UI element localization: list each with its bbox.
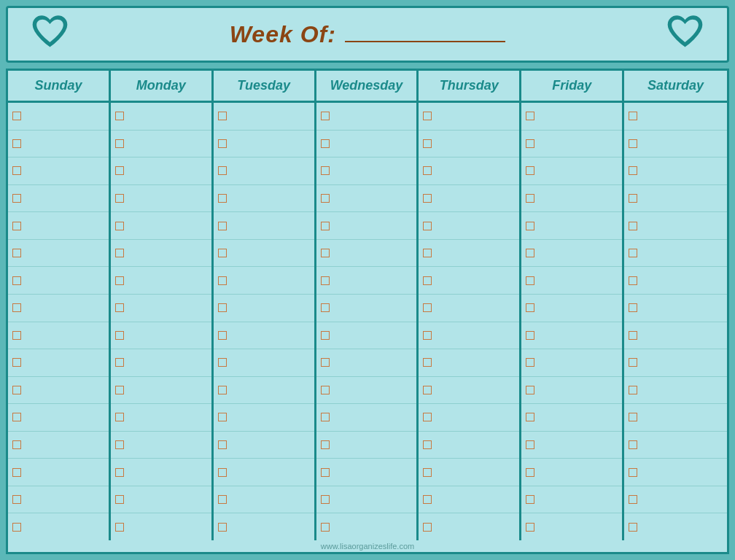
checkbox-icon[interactable] bbox=[12, 331, 21, 340]
checkbox-icon[interactable] bbox=[115, 166, 124, 175]
checkbox-icon[interactable] bbox=[321, 413, 330, 421]
checkbox-icon[interactable] bbox=[321, 358, 330, 367]
checkbox-icon[interactable] bbox=[629, 112, 637, 120]
checkbox-icon[interactable] bbox=[629, 222, 637, 230]
checkbox-icon[interactable] bbox=[321, 112, 330, 120]
checkbox-icon[interactable] bbox=[526, 523, 534, 532]
checkbox-icon[interactable] bbox=[12, 194, 21, 203]
checkbox-icon[interactable] bbox=[12, 166, 21, 175]
checkbox-icon[interactable] bbox=[526, 413, 534, 421]
checkbox-icon[interactable] bbox=[423, 468, 432, 477]
checkbox-icon[interactable] bbox=[423, 166, 432, 175]
checkbox-icon[interactable] bbox=[423, 249, 432, 257]
checkbox-icon[interactable] bbox=[629, 276, 637, 285]
checkbox-icon[interactable] bbox=[218, 331, 227, 340]
checkbox-icon[interactable] bbox=[218, 468, 227, 477]
checkbox-icon[interactable] bbox=[526, 440, 534, 449]
checkbox-icon[interactable] bbox=[423, 194, 432, 203]
checkbox-icon[interactable] bbox=[423, 413, 432, 421]
checkbox-icon[interactable] bbox=[321, 523, 330, 532]
checkbox-icon[interactable] bbox=[12, 468, 21, 477]
checkbox-icon[interactable] bbox=[423, 440, 432, 449]
checkbox-icon[interactable] bbox=[218, 386, 227, 394]
checkbox-icon[interactable] bbox=[321, 139, 330, 148]
checkbox-icon[interactable] bbox=[423, 303, 432, 312]
checkbox-icon[interactable] bbox=[218, 249, 227, 257]
checkbox-icon[interactable] bbox=[218, 523, 227, 532]
checkbox-icon[interactable] bbox=[115, 468, 124, 477]
checkbox-icon[interactable] bbox=[321, 249, 330, 257]
checkbox-icon[interactable] bbox=[115, 276, 124, 285]
checkbox-icon[interactable] bbox=[321, 468, 330, 477]
checkbox-icon[interactable] bbox=[629, 331, 637, 340]
checkbox-icon[interactable] bbox=[629, 468, 637, 477]
checkbox-icon[interactable] bbox=[12, 249, 21, 257]
checkbox-icon[interactable] bbox=[115, 222, 124, 230]
checkbox-icon[interactable] bbox=[629, 413, 637, 421]
checkbox-icon[interactable] bbox=[526, 386, 534, 394]
checkbox-icon[interactable] bbox=[218, 495, 227, 504]
checkbox-icon[interactable] bbox=[321, 166, 330, 175]
checkbox-icon[interactable] bbox=[12, 386, 21, 394]
checkbox-icon[interactable] bbox=[526, 276, 534, 285]
checkbox-icon[interactable] bbox=[321, 194, 330, 203]
checkbox-icon[interactable] bbox=[218, 139, 227, 148]
checkbox-icon[interactable] bbox=[321, 303, 330, 312]
checkbox-icon[interactable] bbox=[526, 166, 534, 175]
checkbox-icon[interactable] bbox=[423, 222, 432, 230]
checkbox-icon[interactable] bbox=[115, 386, 124, 394]
checkbox-icon[interactable] bbox=[218, 413, 227, 421]
checkbox-icon[interactable] bbox=[423, 495, 432, 504]
checkbox-icon[interactable] bbox=[115, 139, 124, 148]
checkbox-icon[interactable] bbox=[115, 358, 124, 367]
checkbox-icon[interactable] bbox=[321, 276, 330, 285]
checkbox-icon[interactable] bbox=[321, 331, 330, 340]
checkbox-icon[interactable] bbox=[526, 139, 534, 148]
checkbox-icon[interactable] bbox=[423, 523, 432, 532]
checkbox-icon[interactable] bbox=[218, 303, 227, 312]
checkbox-icon[interactable] bbox=[115, 303, 124, 312]
checkbox-icon[interactable] bbox=[12, 276, 21, 285]
checkbox-icon[interactable] bbox=[629, 166, 637, 175]
checkbox-icon[interactable] bbox=[321, 222, 330, 230]
checkbox-icon[interactable] bbox=[629, 523, 637, 532]
checkbox-icon[interactable] bbox=[423, 358, 432, 367]
checkbox-icon[interactable] bbox=[629, 139, 637, 148]
checkbox-icon[interactable] bbox=[526, 468, 534, 477]
checkbox-icon[interactable] bbox=[526, 222, 534, 230]
checkbox-icon[interactable] bbox=[629, 495, 637, 504]
checkbox-icon[interactable] bbox=[629, 303, 637, 312]
checkbox-icon[interactable] bbox=[12, 139, 21, 148]
checkbox-icon[interactable] bbox=[218, 194, 227, 203]
checkbox-icon[interactable] bbox=[423, 112, 432, 120]
checkbox-icon[interactable] bbox=[115, 331, 124, 340]
checkbox-icon[interactable] bbox=[12, 495, 21, 504]
checkbox-icon[interactable] bbox=[115, 194, 124, 203]
checkbox-icon[interactable] bbox=[526, 358, 534, 367]
checkbox-icon[interactable] bbox=[12, 112, 21, 120]
checkbox-icon[interactable] bbox=[115, 440, 124, 449]
checkbox-icon[interactable] bbox=[218, 440, 227, 449]
checkbox-icon[interactable] bbox=[629, 358, 637, 367]
checkbox-icon[interactable] bbox=[526, 495, 534, 504]
checkbox-icon[interactable] bbox=[423, 386, 432, 394]
checkbox-icon[interactable] bbox=[12, 303, 21, 312]
checkbox-icon[interactable] bbox=[218, 358, 227, 367]
checkbox-icon[interactable] bbox=[423, 139, 432, 148]
checkbox-icon[interactable] bbox=[321, 386, 330, 394]
checkbox-icon[interactable] bbox=[12, 523, 21, 532]
checkbox-icon[interactable] bbox=[526, 331, 534, 340]
checkbox-icon[interactable] bbox=[629, 249, 637, 257]
week-of-input[interactable] bbox=[345, 20, 505, 42]
checkbox-icon[interactable] bbox=[321, 440, 330, 449]
checkbox-icon[interactable] bbox=[12, 440, 21, 449]
checkbox-icon[interactable] bbox=[218, 112, 227, 120]
checkbox-icon[interactable] bbox=[321, 495, 330, 504]
checkbox-icon[interactable] bbox=[526, 112, 534, 120]
checkbox-icon[interactable] bbox=[218, 166, 227, 175]
checkbox-icon[interactable] bbox=[115, 413, 124, 421]
checkbox-icon[interactable] bbox=[423, 276, 432, 285]
checkbox-icon[interactable] bbox=[526, 194, 534, 203]
checkbox-icon[interactable] bbox=[629, 440, 637, 449]
checkbox-icon[interactable] bbox=[12, 358, 21, 367]
